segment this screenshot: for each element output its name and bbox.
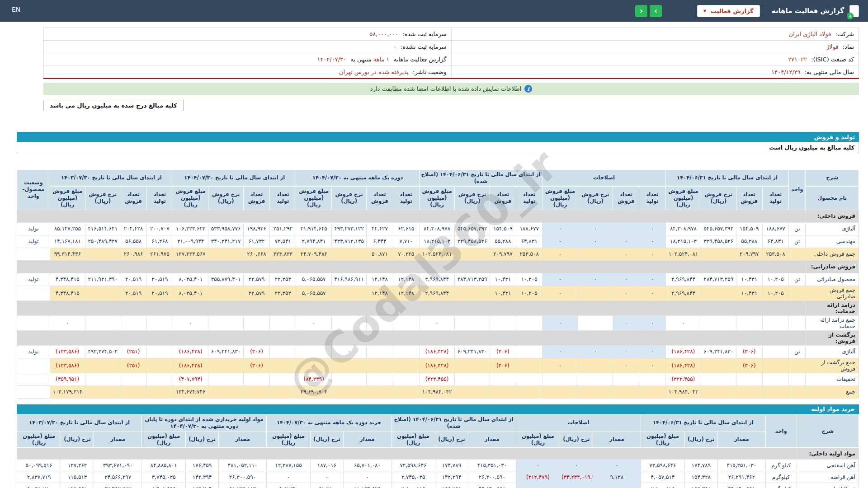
cell xyxy=(146,345,173,358)
cell: ۲۵۳,۵۰۸ xyxy=(762,248,788,260)
cell: ۰ xyxy=(542,235,578,248)
cell xyxy=(146,373,173,385)
cell: ۱۳۶,۲۰۴ xyxy=(186,483,219,488)
column-header: مقدار xyxy=(218,431,266,448)
column-header: مبلغ فروش (میلیون ریال) xyxy=(542,186,578,210)
cell: ۲۶۱,۹۷۵ xyxy=(146,248,173,260)
cell: ۱۵۶,۳۵۸ xyxy=(684,483,717,488)
column-header: مبلغ (میلیون ریال) xyxy=(641,431,684,448)
cell: ۲۰۹,۷۹۷ xyxy=(490,248,516,260)
cell: (۲۵۱) xyxy=(120,358,146,373)
cell: ۲,۸۳۷,۷۱۹ xyxy=(17,471,61,483)
cell: ۴۹,۸۹۰,۶۵۸ xyxy=(468,483,516,488)
cell: ۷,۸۰۰,۸۱۶ xyxy=(641,483,684,488)
cell: ۲۴,۵۶۶,۲۹۷ xyxy=(94,471,142,483)
cell xyxy=(762,373,788,385)
column-header: مقدار xyxy=(468,431,516,448)
cell: ۱۸۷,۰۱۶ xyxy=(311,460,344,471)
language-toggle-en[interactable]: EN xyxy=(12,6,20,13)
company-info-table: شرکت: فولاد آلیاژی ایرانسرمایه ثبت شده: … xyxy=(43,28,859,79)
cell: ۲۵۳,۵۰۸ xyxy=(516,248,542,260)
column-header: نرخ (ریال) xyxy=(186,431,219,448)
table-row: فروآلیاژهاکیلو گرم۴۹,۸۹۰,۶۵۸۱۵۶,۳۵۸۷,۸۰۰… xyxy=(17,483,859,488)
row-label: جمع فروش صادراتی xyxy=(806,286,859,300)
cell: ۵۰,۰۹۹,۵۱۶ xyxy=(17,460,61,471)
column-header: تعداد تولید xyxy=(762,186,788,210)
row-status xyxy=(17,315,50,330)
row-unit xyxy=(789,373,806,385)
cell xyxy=(243,315,269,330)
cell: ۱۸,۲۱۵,۱۰۳ xyxy=(419,235,454,248)
cell: ۰ xyxy=(639,315,665,330)
row-unit: تن xyxy=(789,345,806,358)
cell xyxy=(578,373,613,385)
row-label: جمع فروش داخلی xyxy=(806,248,859,260)
cell xyxy=(120,385,146,398)
cell: ۴۳۳,۷۱۲,۱۳۵ xyxy=(331,235,366,248)
nav-back-button[interactable]: ‹ xyxy=(635,5,647,17)
table-row: آهن قراضهکیلوگرم۲۶,۲۹۱,۴۶۲۱۵۴,۳۲۸۴,۰۵۷,۵… xyxy=(17,471,859,483)
cell: ۰ xyxy=(542,315,578,330)
cell: ۰ xyxy=(613,286,639,300)
nav-forward-button[interactable]: › xyxy=(650,5,662,17)
info-cell: شرکت: فولاد آلیاژی ایران xyxy=(451,28,859,41)
doc-plus-badge: + xyxy=(847,13,854,19)
cell: ۴۱۵,۳۵۱,۰۳۰ xyxy=(468,460,516,471)
section-fill xyxy=(17,300,806,315)
report-type-dropdown[interactable]: گزارش فعالیت ▼ xyxy=(697,5,760,17)
page-content: شرکت: فولاد آلیاژی ایرانسرمایه ثبت شده: … xyxy=(17,22,859,488)
cell xyxy=(613,373,639,385)
cell: ۲۵۱,۲۹۲ xyxy=(270,222,296,235)
row-label: فروش داخلی: xyxy=(806,210,859,222)
section-production-sales: تولید و فروش xyxy=(17,132,859,142)
cell: (۳۰۶) xyxy=(243,358,269,373)
cell xyxy=(393,373,419,385)
cell xyxy=(208,358,243,373)
cell: ۰ xyxy=(311,471,344,483)
row-unit: تن xyxy=(789,222,806,235)
column-header: وضعیت محصول-واحد xyxy=(17,170,50,210)
cell: ۷۰,۳۲۵ xyxy=(393,248,419,260)
cell: ۰ xyxy=(613,358,639,373)
cell: ۲۶,۳۰۰,۵۹۰ xyxy=(218,471,266,483)
table-row: آهن اسفنجیکیلو گرم۴۱۵,۳۵۱,۰۳۰۱۷۴,۷۸۹۷۲,۵… xyxy=(17,460,859,471)
row-label: مهندسی xyxy=(806,235,859,248)
cell xyxy=(85,358,120,373)
cell: ۲۶,۲۹۱,۴۶۲ xyxy=(717,471,765,483)
cell: ۲۲,۵۷۹ xyxy=(243,286,269,300)
cell xyxy=(243,385,269,398)
cell: ۸۵,۱۴۷,۲۵۵ xyxy=(50,222,85,235)
column-header: مبلغ (میلیون ریال) xyxy=(516,431,560,448)
column-header: نرخ فروش (ریال) xyxy=(578,186,613,210)
cell: (۳۰۶) xyxy=(736,345,762,358)
cell xyxy=(208,286,243,300)
cell xyxy=(393,385,419,398)
cell xyxy=(208,315,243,330)
cell: ۲۰۴,۴۲۸ xyxy=(120,222,146,235)
cell: ۶۱,۷۳۵,۱۸۳ xyxy=(218,483,266,488)
column-header: تعداد تولید xyxy=(393,186,419,210)
column-header: مبلغ فروش (میلیون ریال) xyxy=(419,186,454,210)
cell: ۵۵,۲۸۸ xyxy=(490,235,516,248)
column-header: نرخ (ریال) xyxy=(684,431,717,448)
cell: ۶,۰۵۷,۱۷۰ xyxy=(17,483,61,488)
column-header: تعداد فروش xyxy=(736,186,762,210)
cell: ۶۵,۷۰۱,۰۸۰ xyxy=(343,460,391,471)
table-row: مهندسیتن۶۴,۸۳۱۵۵,۲۸۸۳۲۹,۴۵۸,۵۲۶۱۸,۲۱۵,۱۰… xyxy=(17,235,859,248)
cell xyxy=(736,315,762,330)
column-header: تعداد فروش xyxy=(613,186,639,210)
cell: ۱۰۴,۹۸۴,۰۴۲ xyxy=(419,385,454,398)
cell: ۰ xyxy=(639,286,665,300)
column-header: نرخ (ریال) xyxy=(560,431,593,448)
cell xyxy=(490,315,516,330)
signature-match-banner: i اطلاعات نمایش داده شده با اطلاعات امضا… xyxy=(43,83,859,95)
row-unit: کیلو گرم xyxy=(765,460,797,471)
cell xyxy=(85,373,120,385)
column-header: از ابتدای سال مالی تا تاریخ ۱۴۰۴/۰۶/۳۱ (… xyxy=(419,170,542,187)
cell: ۷۲,۵۹۸,۶۴۶ xyxy=(641,460,684,471)
cell: ۲۰۰,۷۰۷ xyxy=(146,222,173,235)
cell: ۱۰۶,۲۲۳,۶۲۳ xyxy=(173,222,208,235)
row-unit xyxy=(789,315,806,330)
raw-materials-table: شرحواحداز ابتدای سال مالی تا تاریخ ۱۴۰۴/… xyxy=(17,414,859,488)
cell xyxy=(331,248,366,260)
